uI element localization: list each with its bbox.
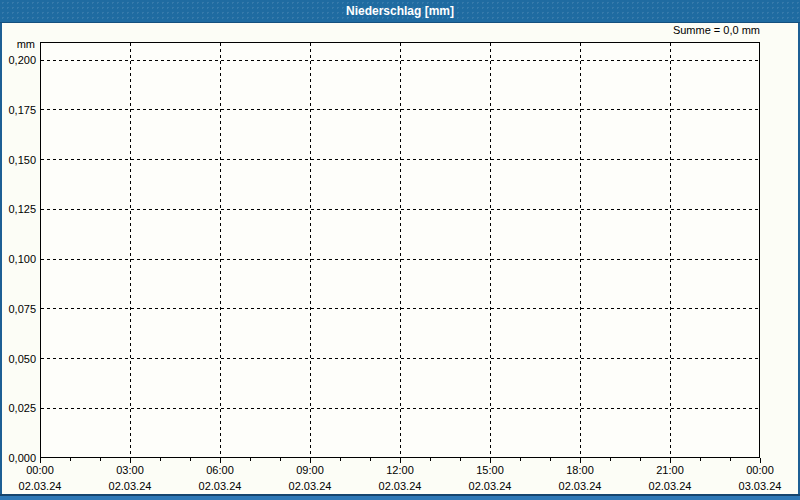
- x-axis-major-tick: [670, 458, 671, 463]
- x-axis-major-tick: [760, 458, 761, 463]
- x-tick-time-label: 12:00: [370, 464, 430, 476]
- x-axis-minor-tick: [160, 458, 161, 461]
- x-tick-time-label: 09:00: [280, 464, 340, 476]
- y-tick-label: 0,050: [0, 353, 36, 365]
- x-axis-major-tick: [220, 458, 221, 463]
- x-tick-time-label: 21:00: [640, 464, 700, 476]
- x-axis-minor-tick: [700, 458, 701, 461]
- sum-annotation: Summe = 0,0 mm: [40, 24, 760, 36]
- x-axis-minor-tick: [430, 458, 431, 461]
- y-tick-label: 0,025: [0, 402, 36, 414]
- y-tick-label: 0,000: [0, 452, 36, 464]
- x-axis-major-tick: [130, 458, 131, 463]
- x-tick-date-label: 03.03.24: [725, 480, 795, 492]
- x-axis-minor-tick: [280, 458, 281, 461]
- x-axis-minor-tick: [100, 458, 101, 461]
- chart-window: Niederschlag [mm] Summe = 0,0 mm mm 0,20…: [0, 0, 800, 500]
- x-tick-time-label: 00:00: [730, 464, 790, 476]
- x-axis-major-tick: [40, 458, 41, 463]
- x-gridline: [310, 43, 311, 457]
- x-axis-major-tick: [400, 458, 401, 463]
- x-tick-date-label: 02.03.24: [365, 480, 435, 492]
- x-gridline: [580, 43, 581, 457]
- window-bottom-border: [0, 494, 800, 500]
- y-tick-label: 0,200: [0, 54, 36, 66]
- x-axis-minor-tick: [640, 458, 641, 461]
- x-tick-time-label: 15:00: [460, 464, 520, 476]
- x-tick-time-label: 06:00: [190, 464, 250, 476]
- x-gridline: [490, 43, 491, 457]
- y-tick-label: 0,075: [0, 303, 36, 315]
- x-axis-minor-tick: [340, 458, 341, 461]
- x-axis-major-tick: [490, 458, 491, 463]
- x-axis-minor-tick: [610, 458, 611, 461]
- x-tick-date-label: 02.03.24: [95, 480, 165, 492]
- x-tick-time-label: 00:00: [10, 464, 70, 476]
- x-gridline: [670, 43, 671, 457]
- y-tick-label: 0,150: [0, 154, 36, 166]
- x-axis-major-tick: [310, 458, 311, 463]
- x-tick-date-label: 02.03.24: [185, 480, 255, 492]
- x-tick-time-label: 03:00: [100, 464, 160, 476]
- x-axis-major-tick: [580, 458, 581, 463]
- x-axis-minor-tick: [70, 458, 71, 461]
- x-gridline: [130, 43, 131, 457]
- x-tick-date-label: 02.03.24: [545, 480, 615, 492]
- x-tick-date-label: 02.03.24: [275, 480, 345, 492]
- chart-titlebar: Niederschlag [mm]: [0, 0, 800, 23]
- x-axis-minor-tick: [520, 458, 521, 461]
- x-tick-date-label: 02.03.24: [455, 480, 525, 492]
- y-axis-unit-label: mm: [0, 38, 35, 50]
- x-tick-time-label: 18:00: [550, 464, 610, 476]
- x-axis-minor-tick: [370, 458, 371, 461]
- x-gridline: [400, 43, 401, 457]
- x-axis-minor-tick: [730, 458, 731, 461]
- x-axis-minor-tick: [550, 458, 551, 461]
- x-axis-minor-tick: [250, 458, 251, 461]
- x-axis-minor-tick: [190, 458, 191, 461]
- x-tick-date-label: 02.03.24: [5, 480, 75, 492]
- chart-title: Niederschlag [mm]: [346, 4, 454, 18]
- y-tick-label: 0,100: [0, 253, 36, 265]
- y-tick-label: 0,175: [0, 104, 36, 116]
- x-axis-minor-tick: [460, 458, 461, 461]
- x-gridline: [220, 43, 221, 457]
- y-tick-label: 0,125: [0, 203, 36, 215]
- x-tick-date-label: 02.03.24: [635, 480, 705, 492]
